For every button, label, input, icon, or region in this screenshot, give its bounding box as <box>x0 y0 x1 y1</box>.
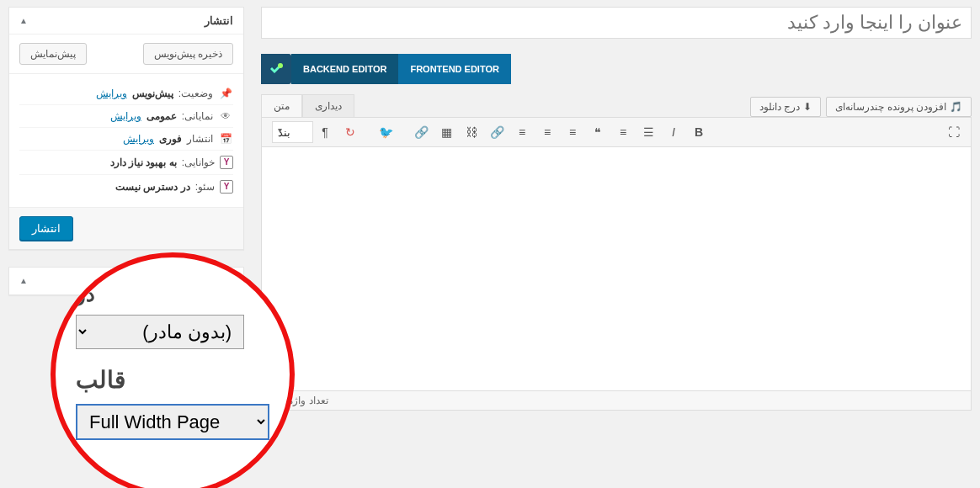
publish-button[interactable]: انتشار <box>19 216 73 241</box>
align-right-icon[interactable]: ≡ <box>561 121 584 143</box>
publish-panel: انتشار ▲ ذخیره پیش‌نویس پیش‌نمایش 📌 وضعی… <box>8 7 244 250</box>
pin-icon: 📌 <box>218 88 233 99</box>
visual-composer-icon <box>261 54 291 84</box>
template-select[interactable]: Full Width Page <box>76 404 269 440</box>
attributes-panel-collapsed: ▲ <box>8 267 244 295</box>
svg-point-0 <box>278 63 283 68</box>
align-left-icon[interactable]: ≡ <box>510 121 534 143</box>
tab-visual[interactable]: دیداری <box>302 94 354 117</box>
more-icon[interactable]: ▦ <box>434 121 458 143</box>
media-icon: 🎵 <box>950 101 962 113</box>
revisions-icon[interactable]: ↻ <box>338 121 362 143</box>
post-title-input[interactable] <box>261 7 972 39</box>
calendar-icon: 📅 <box>218 133 233 145</box>
quote-icon[interactable]: ❝ <box>586 121 610 143</box>
add-media-button[interactable]: 🎵افزودن پرونده چندرسانه‌ای <box>826 97 972 117</box>
preview-button[interactable]: پیش‌نمایش <box>19 43 87 65</box>
tab-text[interactable]: متن <box>261 94 302 117</box>
align-center-icon[interactable]: ≡ <box>535 121 559 143</box>
block-format-select[interactable]: بند <box>272 121 313 143</box>
frontend-editor-button[interactable]: FRONTEND EDITOR <box>398 54 511 84</box>
edit-status-link[interactable]: ویرایش <box>96 88 127 99</box>
fullscreen-icon[interactable]: ⛶ <box>942 121 966 143</box>
editor-content-area[interactable] <box>261 147 972 391</box>
panel-toggle-icon[interactable]: ▲ <box>19 276 28 285</box>
eye-icon: 👁 <box>218 110 233 122</box>
paragraph-icon[interactable]: ¶ <box>313 121 337 143</box>
number-list-icon[interactable]: ≡ <box>611 121 635 143</box>
edit-schedule-link[interactable]: ویرایش <box>123 133 154 145</box>
backend-editor-button[interactable]: BACKEND EDITOR <box>291 54 398 84</box>
link-icon[interactable]: 🔗 <box>485 121 509 143</box>
parent-page-select[interactable]: (بدون مادر) <box>76 315 244 349</box>
editor-toolbar: بند B I ☰ ≡ ❝ ≡ ≡ ≡ 🔗 ⛓ ▦ 🔗 🐦 ↻ ¶ <box>261 117 972 147</box>
twitter-icon[interactable]: 🐦 <box>374 121 397 143</box>
bullet-list-icon[interactable]: ☰ <box>636 121 660 143</box>
word-count: تعداد واژه‌ها: 0 <box>261 391 972 411</box>
edit-visibility-link[interactable]: ویرایش <box>110 110 141 122</box>
insert-link-icon[interactable]: 🔗 <box>409 121 433 143</box>
italic-icon[interactable]: I <box>662 121 685 143</box>
yoast-seo-icon: Y <box>220 180 233 194</box>
bold-icon[interactable]: B <box>687 121 711 143</box>
unlink-icon[interactable]: ⛓ <box>460 121 483 143</box>
panel-toggle-icon[interactable]: ▲ <box>19 16 28 25</box>
download-icon: ⬇ <box>803 101 812 113</box>
publish-panel-title: انتشار <box>205 14 233 27</box>
save-draft-button[interactable]: ذخیره پیش‌نویس <box>143 43 233 65</box>
insert-download-button[interactable]: ⬇درج دانلود <box>750 97 821 117</box>
yoast-readability-icon: Y <box>220 156 233 169</box>
